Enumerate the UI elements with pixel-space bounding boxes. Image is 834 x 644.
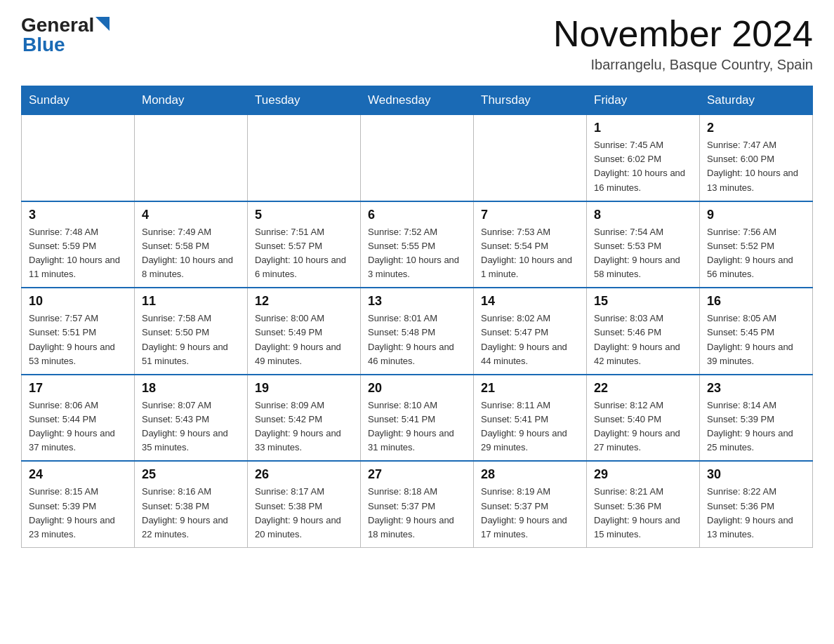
day-info: Sunrise: 7:54 AMSunset: 5:53 PMDaylight:… — [594, 225, 692, 282]
day-info: Sunrise: 7:52 AMSunset: 5:55 PMDaylight:… — [368, 225, 466, 282]
day-info: Sunrise: 7:45 AMSunset: 6:02 PMDaylight:… — [594, 138, 692, 195]
table-row: 8Sunrise: 7:54 AMSunset: 5:53 PMDaylight… — [587, 201, 700, 288]
day-info: Sunrise: 8:18 AMSunset: 5:37 PMDaylight:… — [368, 485, 466, 542]
day-info: Sunrise: 8:16 AMSunset: 5:38 PMDaylight:… — [142, 485, 240, 542]
table-row: 4Sunrise: 7:49 AMSunset: 5:58 PMDaylight… — [135, 201, 248, 288]
day-info: Sunrise: 8:06 AMSunset: 5:44 PMDaylight:… — [29, 398, 127, 455]
day-info: Sunrise: 7:53 AMSunset: 5:54 PMDaylight:… — [481, 225, 579, 282]
day-number: 6 — [368, 208, 466, 222]
table-row: 22Sunrise: 8:12 AMSunset: 5:40 PMDayligh… — [587, 375, 700, 462]
table-row: 17Sunrise: 8:06 AMSunset: 5:44 PMDayligh… — [22, 375, 135, 462]
day-number: 18 — [142, 381, 240, 396]
svg-marker-0 — [95, 17, 110, 31]
day-number: 9 — [707, 208, 805, 222]
title-area: November 2024 Ibarrangelu, Basque Countr… — [553, 14, 813, 73]
table-row: 18Sunrise: 8:07 AMSunset: 5:43 PMDayligh… — [135, 375, 248, 462]
table-row: 28Sunrise: 8:19 AMSunset: 5:37 PMDayligh… — [474, 461, 587, 547]
table-row: 27Sunrise: 8:18 AMSunset: 5:37 PMDayligh… — [361, 461, 474, 547]
day-number: 26 — [255, 467, 353, 482]
day-info: Sunrise: 7:48 AMSunset: 5:59 PMDaylight:… — [29, 225, 127, 282]
day-info: Sunrise: 8:14 AMSunset: 5:39 PMDaylight:… — [707, 398, 805, 455]
calendar-week-row: 3Sunrise: 7:48 AMSunset: 5:59 PMDaylight… — [22, 201, 813, 288]
weekday-header-row: Sunday Monday Tuesday Wednesday Thursday… — [22, 86, 813, 115]
day-info: Sunrise: 7:58 AMSunset: 5:50 PMDaylight:… — [142, 311, 240, 368]
day-number: 12 — [255, 294, 353, 309]
header-wednesday: Wednesday — [361, 86, 474, 115]
day-info: Sunrise: 8:15 AMSunset: 5:39 PMDaylight:… — [29, 485, 127, 542]
table-row: 11Sunrise: 7:58 AMSunset: 5:50 PMDayligh… — [135, 288, 248, 375]
table-row: 20Sunrise: 8:10 AMSunset: 5:41 PMDayligh… — [361, 375, 474, 462]
day-info: Sunrise: 8:10 AMSunset: 5:41 PMDaylight:… — [368, 398, 466, 455]
day-number: 3 — [29, 208, 127, 222]
table-row — [474, 115, 587, 201]
header-sunday: Sunday — [22, 86, 135, 115]
day-info: Sunrise: 8:00 AMSunset: 5:49 PMDaylight:… — [255, 311, 353, 368]
table-row: 23Sunrise: 8:14 AMSunset: 5:39 PMDayligh… — [700, 375, 813, 462]
table-row: 19Sunrise: 8:09 AMSunset: 5:42 PMDayligh… — [248, 375, 361, 462]
day-number: 21 — [481, 381, 579, 396]
day-number: 27 — [368, 467, 466, 482]
day-number: 13 — [368, 294, 466, 309]
day-number: 30 — [707, 467, 805, 482]
day-number: 7 — [481, 208, 579, 222]
day-info: Sunrise: 8:01 AMSunset: 5:48 PMDaylight:… — [368, 311, 466, 368]
table-row: 16Sunrise: 8:05 AMSunset: 5:45 PMDayligh… — [700, 288, 813, 375]
calendar-week-row: 1Sunrise: 7:45 AMSunset: 6:02 PMDaylight… — [22, 115, 813, 201]
day-number: 16 — [707, 294, 805, 309]
calendar-table: Sunday Monday Tuesday Wednesday Thursday… — [21, 86, 813, 548]
day-info: Sunrise: 8:12 AMSunset: 5:40 PMDaylight:… — [594, 398, 692, 455]
day-info: Sunrise: 8:07 AMSunset: 5:43 PMDaylight:… — [142, 398, 240, 455]
header-thursday: Thursday — [474, 86, 587, 115]
day-number: 15 — [594, 294, 692, 309]
calendar-week-row: 17Sunrise: 8:06 AMSunset: 5:44 PMDayligh… — [22, 375, 813, 462]
calendar-week-row: 24Sunrise: 8:15 AMSunset: 5:39 PMDayligh… — [22, 461, 813, 547]
table-row: 1Sunrise: 7:45 AMSunset: 6:02 PMDaylight… — [587, 115, 700, 201]
day-number: 17 — [29, 381, 127, 396]
location-subtitle: Ibarrangelu, Basque Country, Spain — [553, 57, 813, 73]
table-row: 25Sunrise: 8:16 AMSunset: 5:38 PMDayligh… — [135, 461, 248, 547]
day-number: 11 — [142, 294, 240, 309]
day-number: 8 — [594, 208, 692, 222]
day-number: 19 — [255, 381, 353, 396]
logo: General Blue — [21, 14, 110, 56]
day-number: 20 — [368, 381, 466, 396]
day-info: Sunrise: 7:51 AMSunset: 5:57 PMDaylight:… — [255, 225, 353, 282]
day-info: Sunrise: 8:02 AMSunset: 5:47 PMDaylight:… — [481, 311, 579, 368]
table-row: 3Sunrise: 7:48 AMSunset: 5:59 PMDaylight… — [22, 201, 135, 288]
table-row: 13Sunrise: 8:01 AMSunset: 5:48 PMDayligh… — [361, 288, 474, 375]
day-info: Sunrise: 8:21 AMSunset: 5:36 PMDaylight:… — [594, 485, 692, 542]
day-info: Sunrise: 7:47 AMSunset: 6:00 PMDaylight:… — [707, 138, 805, 195]
table-row — [22, 115, 135, 201]
table-row: 24Sunrise: 8:15 AMSunset: 5:39 PMDayligh… — [22, 461, 135, 547]
day-info: Sunrise: 8:19 AMSunset: 5:37 PMDaylight:… — [481, 485, 579, 542]
day-number: 29 — [594, 467, 692, 482]
table-row — [361, 115, 474, 201]
table-row: 29Sunrise: 8:21 AMSunset: 5:36 PMDayligh… — [587, 461, 700, 547]
day-number: 1 — [594, 121, 692, 135]
logo-arrow-icon — [95, 17, 110, 31]
day-number: 10 — [29, 294, 127, 309]
day-info: Sunrise: 8:22 AMSunset: 5:36 PMDaylight:… — [707, 485, 805, 542]
table-row: 30Sunrise: 8:22 AMSunset: 5:36 PMDayligh… — [700, 461, 813, 547]
table-row: 21Sunrise: 8:11 AMSunset: 5:41 PMDayligh… — [474, 375, 587, 462]
day-number: 25 — [142, 467, 240, 482]
calendar-week-row: 10Sunrise: 7:57 AMSunset: 5:51 PMDayligh… — [22, 288, 813, 375]
header-tuesday: Tuesday — [248, 86, 361, 115]
table-row: 7Sunrise: 7:53 AMSunset: 5:54 PMDaylight… — [474, 201, 587, 288]
table-row: 26Sunrise: 8:17 AMSunset: 5:38 PMDayligh… — [248, 461, 361, 547]
day-number: 22 — [594, 381, 692, 396]
day-info: Sunrise: 8:09 AMSunset: 5:42 PMDaylight:… — [255, 398, 353, 455]
day-number: 4 — [142, 208, 240, 222]
table-row: 2Sunrise: 7:47 AMSunset: 6:00 PMDaylight… — [700, 115, 813, 201]
day-number: 23 — [707, 381, 805, 396]
logo-blue-text: Blue — [22, 34, 65, 56]
day-info: Sunrise: 7:57 AMSunset: 5:51 PMDaylight:… — [29, 311, 127, 368]
table-row: 5Sunrise: 7:51 AMSunset: 5:57 PMDaylight… — [248, 201, 361, 288]
table-row — [248, 115, 361, 201]
day-number: 5 — [255, 208, 353, 222]
day-info: Sunrise: 8:11 AMSunset: 5:41 PMDaylight:… — [481, 398, 579, 455]
day-info: Sunrise: 8:17 AMSunset: 5:38 PMDaylight:… — [255, 485, 353, 542]
header-saturday: Saturday — [700, 86, 813, 115]
day-info: Sunrise: 8:03 AMSunset: 5:46 PMDaylight:… — [594, 311, 692, 368]
header-friday: Friday — [587, 86, 700, 115]
